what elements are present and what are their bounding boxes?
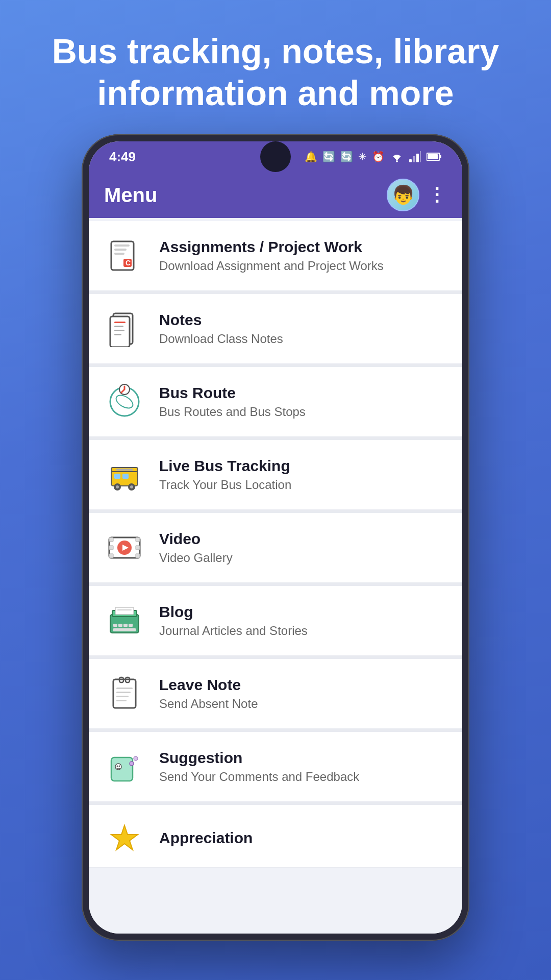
svg-rect-49 [117,609,132,610]
avatar-image: 👦 [392,184,415,206]
leave-note-icon-wrap [104,673,145,714]
leave-note-title: Leave Note [159,676,447,694]
avatar[interactable]: 👦 [387,179,419,211]
live-bus-subtitle: Track Your Bus Location [159,478,447,492]
svg-rect-57 [111,757,133,781]
status-icons: 🔔 🔄 🔄 ✳ ⏰ [305,151,442,163]
notes-icon-wrap [104,308,145,349]
svg-rect-24 [114,474,120,479]
svg-rect-46 [129,624,133,627]
video-subtitle: Video Gallery [159,551,447,565]
svg-point-0 [396,160,398,162]
suggestion-subtitle: Send Your Comments and Feedback [159,770,447,784]
live-bus-text: Live Bus Tracking Track Your Bus Locatio… [159,457,447,492]
notes-title: Notes [159,311,447,329]
menu-item-blog[interactable]: Blog Journal Articles and Stories [89,586,462,656]
assignments-title: Assignments / Project Work [159,238,447,256]
notes-subtitle: Download Class Notes [159,332,447,346]
svg-rect-1 [409,159,412,162]
svg-rect-16 [114,322,126,323]
svg-point-59 [117,766,118,767]
blog-icon [106,602,143,639]
suggestion-icon-wrap [104,746,145,787]
svg-rect-56 [116,700,127,701]
bus-route-text: Bus Route Bus Routes and Bus Stops [159,384,447,419]
appreciation-text: Appreciation [159,829,447,850]
svg-rect-38 [136,554,140,558]
svg-rect-34 [109,546,113,550]
menu-item-notes[interactable]: Notes Download Class Notes [89,294,462,364]
video-icon [106,529,143,566]
leave-note-text: Leave Note Send Absent Note [159,676,447,711]
phone-screen: 4:49 🔔 🔄 🔄 ✳ ⏰ [89,141,462,934]
bus-route-subtitle: Bus Routes and Bus Stops [159,405,447,419]
appreciation-icon-wrap [104,819,145,860]
svg-rect-43 [113,624,117,627]
svg-rect-45 [123,624,128,627]
svg-rect-18 [114,330,124,331]
assignments-icon: C [106,237,143,274]
svg-point-62 [134,756,138,761]
menu-item-live-bus[interactable]: Live Bus Tracking Track Your Bus Locatio… [89,440,462,510]
bus-route-title: Bus Route [159,384,447,402]
bus-route-icon-wrap [104,381,145,422]
assignments-icon-wrap: C [104,235,145,276]
menu-item-suggestion[interactable]: Suggestion Send Your Comments and Feedba… [89,732,462,802]
phone-frame: 4:49 🔔 🔄 🔄 ✳ ⏰ [82,134,469,941]
battery-icon: 🔔 [305,151,317,163]
signal-icon [409,151,421,162]
menu-item-leave-note[interactable]: Leave Note Send Absent Note [89,659,462,729]
blog-icon-wrap [104,600,145,641]
svg-point-60 [119,766,120,767]
svg-rect-50 [113,679,136,708]
app-bar-title: Menu [104,184,387,207]
video-title: Video [159,530,447,548]
svg-rect-17 [114,326,123,327]
svg-rect-10 [114,249,127,251]
svg-point-28 [116,485,119,488]
svg-rect-15 [110,316,130,347]
svg-point-61 [130,762,134,766]
svg-rect-53 [116,688,133,689]
menu-item-video[interactable]: Video Video Gallery [89,513,462,583]
live-bus-icon-wrap [104,454,145,495]
svg-rect-6 [440,155,441,158]
notes-icon [106,310,143,347]
menu-item-bus-route[interactable]: Bus Route Bus Routes and Bus Stops [89,367,462,437]
assignments-text: Assignments / Project Work Download Assi… [159,238,447,273]
svg-rect-44 [118,624,122,627]
slack-icon: ✳ [358,151,367,163]
video-icon-wrap [104,527,145,568]
notes-text: Notes Download Class Notes [159,311,447,346]
suggestion-text: Suggestion Send Your Comments and Feedba… [159,749,447,784]
leave-note-icon [106,675,143,712]
svg-rect-7 [428,154,438,159]
svg-rect-3 [416,154,419,162]
battery-status-icon [427,152,442,161]
menu-item-appreciation[interactable]: Appreciation [89,805,462,868]
svg-point-29 [130,485,133,488]
menu-item-assignments[interactable]: C Assignments / Project Work Download As… [89,221,462,291]
hero-title: Bus tracking, notes, library information… [0,0,551,134]
svg-rect-35 [109,554,113,558]
live-bus-icon [106,456,143,493]
svg-rect-25 [122,474,129,479]
status-time: 4:49 [109,149,136,165]
suggestion-title: Suggestion [159,749,447,767]
app-bar: Menu 👦 ⋮ [89,172,462,218]
sync2-icon: 🔄 [340,151,353,163]
blog-text: Blog Journal Articles and Stories [159,603,447,638]
svg-marker-63 [111,825,138,850]
svg-rect-55 [116,696,129,697]
svg-rect-37 [136,546,140,550]
svg-point-21 [114,393,135,411]
svg-rect-2 [413,156,415,162]
wifi-icon [390,151,404,162]
svg-rect-11 [114,253,124,255]
svg-rect-33 [109,537,113,542]
bus-route-icon [106,383,143,420]
svg-rect-31 [116,469,133,471]
assignments-subtitle: Download Assignment and Project Works [159,259,447,273]
more-options-button[interactable]: ⋮ [428,184,447,206]
svg-text:C: C [126,259,131,267]
